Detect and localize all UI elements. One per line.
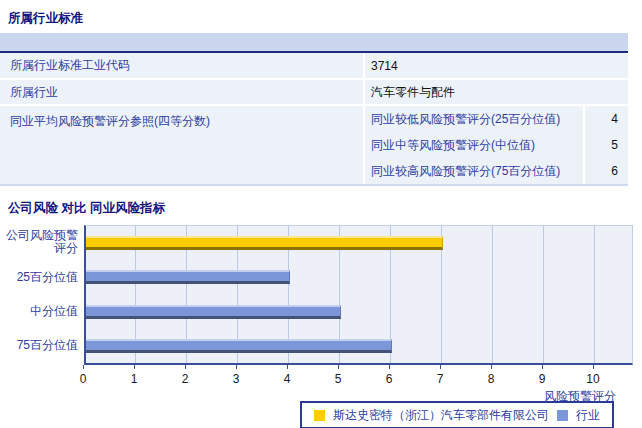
category-label: 公司风险预警评分 — [0, 229, 78, 255]
section-title-risk-comparison: 公司风险 对比 同业风险指标 — [8, 200, 642, 217]
axis-tick-label: 1 — [123, 372, 145, 386]
table-row-peer-scores: 同业平均风险预警评分参照(四等分数) 同业较低风险预警评分(25百分位值) 4 … — [0, 106, 628, 184]
category-label: 25百分位值 — [0, 271, 78, 284]
row-value: 3714 — [365, 59, 628, 73]
axis-tick-label: 5 — [327, 372, 349, 386]
legend-swatch-industry — [557, 410, 568, 421]
peer-score-value: 6 — [583, 158, 628, 184]
axis-tick-label: 3 — [225, 372, 247, 386]
peer-score-row-high: 同业较高风险预警评分(75百分位值) 6 — [365, 158, 628, 184]
industry-standard-table: 所属行业标准工业代码 3714 所属行业 汽车零件与配件 同业平均风险预警评分参… — [0, 33, 628, 186]
axis-tick — [185, 365, 186, 369]
row-label: 同业平均风险预警评分参照(四等分数) — [0, 106, 365, 184]
axis-tick-label: 10 — [582, 372, 604, 386]
axis-tick — [338, 365, 339, 369]
axis-tick-label: 0 — [72, 372, 94, 386]
chart-legend: 斯达史密特（浙江）汽车零部件有限公司 行业 — [300, 401, 614, 428]
peer-score-label: 同业中等风险预警评分(中位值) — [365, 137, 583, 154]
axis-tick — [134, 365, 135, 369]
row-label: 所属行业标准工业代码 — [0, 53, 365, 78]
peer-score-row-median: 同业中等风险预警评分(中位值) 5 — [365, 132, 628, 158]
axis-tick-label: 8 — [480, 372, 502, 386]
risk-report-page: 所属行业标准 所属行业标准工业代码 3714 所属行业 汽车零件与配件 同业平均… — [0, 0, 642, 428]
legend-label-company: 斯达史密特（浙江）汽车零部件有限公司 — [333, 407, 549, 424]
chart-plot-area — [84, 225, 633, 365]
axis-tick — [440, 365, 441, 369]
peer-score-label: 同业较低风险预警评分(25百分位值) — [365, 111, 583, 128]
table-header-band — [0, 33, 628, 53]
bar-中分位值 — [86, 305, 341, 319]
axis-tick — [236, 365, 237, 369]
category-label: 75百分位值 — [0, 339, 78, 352]
legend-label-industry: 行业 — [576, 407, 600, 424]
axis-tick-label: 2 — [174, 372, 196, 386]
axis-tick-label: 6 — [378, 372, 400, 386]
axis-tick — [83, 365, 84, 369]
section-title-industry-standard: 所属行业标准 — [8, 10, 642, 27]
table-row-sic-code: 所属行业标准工业代码 3714 — [0, 53, 628, 80]
category-label: 中分位值 — [0, 305, 78, 318]
axis-tick-label: 9 — [531, 372, 553, 386]
bar-75百分位值 — [86, 339, 392, 353]
row-value: 汽车零件与配件 — [365, 84, 628, 101]
axis-tick — [593, 365, 594, 369]
peer-score-value: 5 — [583, 132, 628, 158]
peer-score-value: 4 — [583, 106, 628, 132]
peer-score-label: 同业较高风险预警评分(75百分位值) — [365, 163, 583, 180]
gridline — [492, 226, 493, 363]
row-label: 所属行业 — [0, 80, 365, 104]
axis-tick — [491, 365, 492, 369]
gridline — [543, 226, 544, 363]
axis-tick — [389, 365, 390, 369]
risk-comparison-bar-chart: 公司风险预警评分25百分位值中分位值75百分位值 012345678910 风险… — [0, 225, 642, 428]
axis-tick — [287, 365, 288, 369]
peer-score-list: 同业较低风险预警评分(25百分位值) 4 同业中等风险预警评分(中位值) 5 同… — [365, 106, 628, 184]
legend-swatch-company — [314, 410, 325, 421]
bar-25百分位值 — [86, 270, 290, 284]
axis-tick-label: 4 — [276, 372, 298, 386]
peer-score-row-low: 同业较低风险预警评分(25百分位值) 4 — [365, 106, 628, 132]
gridline — [594, 226, 595, 363]
axis-tick — [542, 365, 543, 369]
bar-公司风险预警评分 — [86, 236, 443, 250]
table-row-industry: 所属行业 汽车零件与配件 — [0, 80, 628, 106]
axis-tick-label: 7 — [429, 372, 451, 386]
